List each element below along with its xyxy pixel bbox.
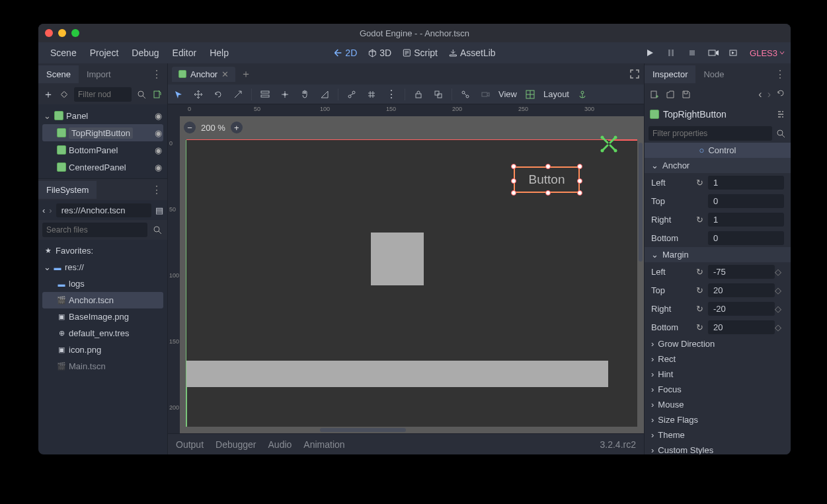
section-margin[interactable]: ⌄Margin <box>645 247 791 262</box>
property-value-input[interactable]: 1 <box>708 176 784 190</box>
path-back-icon[interactable]: ‹ <box>42 205 45 215</box>
select-tool-icon[interactable] <box>172 88 185 101</box>
section-collapsed[interactable]: ›Mouse <box>645 397 791 412</box>
add-node-icon[interactable]: ＋ <box>42 89 54 100</box>
load-resource-icon[interactable] <box>666 90 675 99</box>
spinner-icon[interactable]: ◇ <box>775 285 784 295</box>
play-button[interactable] <box>644 47 656 59</box>
search-files-input[interactable] <box>42 223 147 237</box>
filter-nodes-input[interactable] <box>74 87 132 102</box>
ruler-tool-icon[interactable] <box>318 88 331 101</box>
tab-inspector[interactable]: Inspector <box>645 65 695 83</box>
button-preview[interactable]: Button <box>514 166 580 193</box>
fs-folder-logs[interactable]: ▬logs <box>42 275 163 292</box>
tree-node-bottompanel[interactable]: BottomPanel ◉ <box>42 141 163 159</box>
tab-scene[interactable]: Scene <box>38 65 79 83</box>
inspector-node-name[interactable]: TopRightButton <box>663 109 727 120</box>
history-icon[interactable] <box>776 89 785 100</box>
path-view-mode-icon[interactable]: ▤ <box>155 205 163 215</box>
menu-project[interactable]: Project <box>83 45 126 61</box>
spinner-icon[interactable]: ◇ <box>775 304 784 314</box>
canvas[interactable]: Button <box>186 140 637 427</box>
list-select-icon[interactable] <box>258 88 272 101</box>
tab-import[interactable]: Import <box>79 65 119 83</box>
section-collapsed[interactable]: ›Grow Direction <box>645 336 791 351</box>
menu-scene[interactable]: Scene <box>44 45 83 61</box>
bone-icon[interactable] <box>459 88 472 101</box>
section-collapsed[interactable]: ›Hint <box>645 367 791 382</box>
snap-toggle-icon[interactable] <box>345 88 358 101</box>
workspace-2d[interactable]: 2D <box>333 48 357 58</box>
search-icon[interactable] <box>775 127 787 139</box>
zoom-out-button[interactable]: − <box>184 122 196 133</box>
section-collapsed[interactable]: ›Theme <box>645 427 791 443</box>
viewport-scrollbar-v[interactable] <box>639 143 643 262</box>
snap-options-icon[interactable]: ⋮ <box>385 88 398 101</box>
history-forward-icon[interactable]: › <box>768 89 771 100</box>
attach-script-icon[interactable] <box>151 89 163 100</box>
path-forward-icon[interactable]: › <box>49 205 52 215</box>
property-value-input[interactable]: 0 <box>708 231 784 245</box>
reset-icon[interactable]: ↻ <box>696 215 708 225</box>
fs-root[interactable]: ⌄▬res:// <box>42 259 163 275</box>
lock-icon[interactable] <box>412 88 425 101</box>
fs-file-icon[interactable]: ▣icon.png <box>42 342 163 358</box>
property-value-input[interactable]: 0 <box>708 194 784 208</box>
fs-file-baseimage[interactable]: ▣BaseImage.png <box>42 308 163 325</box>
property-value-input[interactable]: -75 <box>708 265 775 279</box>
renderer-selector[interactable]: GLES3 <box>750 48 785 58</box>
section-collapsed[interactable]: ›Rect <box>645 351 791 367</box>
scale-tool-icon[interactable] <box>231 88 245 101</box>
tree-node-toprightbutton[interactable]: TopRightButton ◉ <box>42 124 163 141</box>
reset-icon[interactable]: ↻ <box>696 322 708 332</box>
stop-button[interactable] <box>686 47 698 59</box>
filter-properties-input[interactable] <box>649 126 772 141</box>
bottompanel-preview[interactable] <box>186 361 608 387</box>
tree-node-centeredpanel[interactable]: CenteredPanel ◉ <box>42 159 163 176</box>
tab-debugger[interactable]: Debugger <box>216 439 256 450</box>
play-scene-button[interactable] <box>707 47 719 59</box>
pivot-tool-icon[interactable] <box>278 88 292 101</box>
dock-options-icon[interactable]: ⋮ <box>769 68 791 81</box>
view-menu[interactable]: View <box>498 89 517 99</box>
workspace-3d[interactable]: 3D <box>368 48 391 58</box>
tree-node-panel[interactable]: ⌄ Panel ◉ <box>42 107 163 124</box>
tab-animation[interactable]: Animation <box>303 439 344 450</box>
new-resource-icon[interactable] <box>650 90 659 99</box>
close-tab-icon[interactable]: ✕ <box>221 69 229 79</box>
property-value-input[interactable]: 20 <box>708 283 775 297</box>
zoom-in-button[interactable]: + <box>231 122 243 133</box>
property-value-input[interactable]: 20 <box>708 320 775 334</box>
save-resource-icon[interactable] <box>682 90 691 99</box>
tab-filesystem[interactable]: FileSystem <box>38 181 97 199</box>
workspace-script[interactable]: Script <box>402 48 438 58</box>
search-icon[interactable] <box>136 89 147 100</box>
menu-editor[interactable]: Editor <box>166 45 204 61</box>
centeredpanel-preview[interactable] <box>371 233 424 285</box>
layout-menu[interactable]: Layout <box>543 89 569 99</box>
play-custom-scene-button[interactable] <box>729 47 740 59</box>
pan-tool-icon[interactable] <box>298 88 311 101</box>
chevron-down-icon[interactable]: ⌄ <box>44 111 52 121</box>
object-properties-icon[interactable] <box>776 110 785 119</box>
property-value-input[interactable]: 1 <box>708 213 784 227</box>
path-display[interactable]: res://Anchor.tscn <box>56 203 151 217</box>
tab-audio[interactable]: Audio <box>268 439 292 450</box>
fs-favorites[interactable]: ★Favorites: <box>42 242 163 259</box>
fs-file-main[interactable]: 🎬Main.tscn <box>42 358 163 375</box>
section-collapsed[interactable]: ›Custom Styles <box>645 443 791 454</box>
anchor-preset-icon[interactable] <box>576 88 589 101</box>
grid-snap-icon[interactable] <box>365 88 378 101</box>
instance-scene-icon[interactable] <box>58 89 70 100</box>
spinner-icon[interactable]: ◇ <box>775 322 784 332</box>
pause-button[interactable] <box>665 47 677 59</box>
section-anchor[interactable]: ⌄Anchor <box>645 158 791 173</box>
property-value-input[interactable]: -20 <box>708 302 775 316</box>
section-collapsed[interactable]: ›Focus <box>645 382 791 397</box>
add-scene-tab-icon[interactable]: ＋ <box>241 67 251 81</box>
search-icon[interactable] <box>151 224 163 236</box>
visibility-icon[interactable]: ◉ <box>155 145 162 155</box>
class-header-control[interactable]: Control <box>645 143 791 158</box>
viewport-scrollbar-h[interactable] <box>320 428 406 432</box>
history-back-icon[interactable]: ‹ <box>758 89 762 100</box>
